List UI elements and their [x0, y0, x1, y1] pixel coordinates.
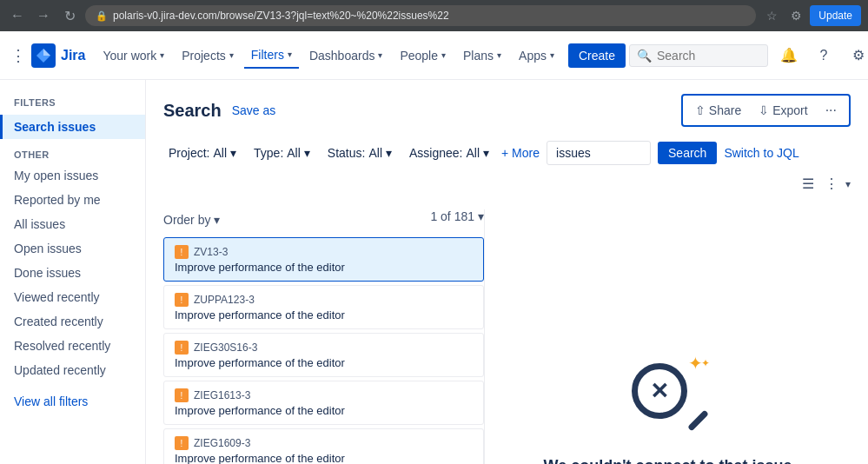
sidebar-title: Filters	[0, 94, 145, 115]
chevron-down-icon: ▾	[229, 50, 234, 60]
sidebar-section-other: OTHER	[0, 139, 145, 163]
page-title: Search	[163, 101, 222, 121]
issue-type-icon: !	[175, 388, 189, 402]
error-illustration: ✦ ✦ ✕	[625, 353, 712, 440]
sidebar-item-reported-by-me[interactable]: Reported by me	[0, 188, 145, 212]
sidebar-item-updated-recently[interactable]: Updated recently	[0, 358, 145, 382]
content-area: Search Save as ⇧ Share ⇩ Export ··· Proj…	[146, 80, 868, 464]
sidebar-item-my-open-issues[interactable]: My open issues	[0, 163, 145, 188]
nav-dashboards[interactable]: Dashboards ▾	[302, 43, 390, 68]
magnifier-circle: ✕	[632, 363, 687, 419]
order-by[interactable]: Order by ▾	[163, 213, 220, 227]
create-button[interactable]: Create	[568, 43, 626, 68]
assignee-filter[interactable]: Assignee: All ▾	[404, 143, 494, 163]
search-box[interactable]: 🔍	[629, 44, 768, 67]
x-icon: ✕	[650, 378, 669, 405]
reload-button[interactable]: ↻	[59, 5, 80, 26]
lock-icon: 🔒	[96, 10, 108, 22]
nav-filters[interactable]: Filters ▾	[244, 43, 299, 69]
sidebar-item-resolved-recently[interactable]: Resolved recently	[0, 334, 145, 358]
issue-title: Improve performance of the editor	[175, 261, 473, 274]
nav-logo[interactable]: ⋮ Jira	[10, 43, 85, 68]
back-button[interactable]: ←	[7, 5, 28, 26]
chevron-down-icon: ▾	[214, 213, 220, 227]
results-layout: Order by ▾ 1 of 181 ▾ ! ZV13-3 Improve p…	[163, 209, 851, 464]
settings-button[interactable]: ⚙	[845, 42, 868, 70]
chevron-down-icon: ▾	[550, 50, 554, 60]
pagination-info: 1 of 181 ▾	[430, 209, 484, 223]
search-button[interactable]: Search	[658, 142, 717, 164]
filter-bar: Project: All ▾ Type: All ▾ Status: All ▾…	[163, 141, 851, 196]
chevron-down-icon: ▾	[386, 146, 392, 160]
sidebar-item-all-issues[interactable]: All issues	[0, 212, 145, 236]
chevron-down-icon: ▾	[497, 50, 501, 60]
nav-people[interactable]: People ▾	[393, 43, 453, 68]
search-icon: 🔍	[637, 49, 652, 63]
issue-type-icon: !	[175, 245, 189, 259]
chevron-down-icon: ▾	[441, 50, 446, 60]
sidebar-item-open-issues[interactable]: Open issues	[0, 236, 145, 261]
share-button[interactable]: ⇧ Share	[690, 100, 746, 121]
chevron-down-icon: ▾	[478, 209, 484, 223]
nav-your-work[interactable]: Your work ▾	[96, 43, 171, 68]
notifications-button[interactable]: 🔔	[775, 42, 803, 70]
navbar: ⋮ Jira Your work ▾ Projects ▾ Filters ▾ …	[0, 31, 868, 80]
more-actions-button[interactable]: ···	[820, 99, 842, 122]
page-header: Search Save as ⇧ Share ⇩ Export ···	[163, 94, 851, 127]
extensions-button[interactable]: ⚙	[785, 5, 806, 26]
page-title-row: Search Save as	[163, 101, 275, 121]
switch-to-jql-link[interactable]: Switch to JQL	[724, 146, 798, 160]
sidebar-item-view-all-filters[interactable]: View all filters	[0, 389, 145, 414]
browser-actions: ☆ ⚙ Update	[761, 5, 861, 26]
magnifier-handle	[687, 410, 709, 432]
forward-button[interactable]: →	[33, 5, 54, 26]
type-filter[interactable]: Type: All ▾	[248, 143, 315, 163]
issue-type-icon: !	[175, 293, 189, 307]
jql-search-input[interactable]	[547, 141, 651, 165]
more-filters-button[interactable]: + More	[501, 146, 540, 160]
sidebar-item-done-issues[interactable]: Done issues	[0, 261, 145, 285]
results-list: Order by ▾ 1 of 181 ▾ ! ZV13-3 Improve p…	[163, 209, 485, 464]
chevron-down-icon: ▾	[288, 50, 292, 59]
sparks-small-icon: ✦	[701, 357, 710, 369]
chevron-down-icon: ▾	[230, 146, 236, 160]
issue-item[interactable]: !ZIEG1613-3 Improve performance of the e…	[163, 381, 484, 425]
chevron-down-icon: ▾	[845, 178, 851, 190]
search-input[interactable]	[657, 49, 752, 63]
nav-apps[interactable]: Apps ▾	[512, 43, 561, 68]
update-button[interactable]: Update	[810, 5, 861, 26]
issue-type-icon: !	[175, 341, 189, 355]
save-as-button[interactable]: Save as	[232, 103, 276, 117]
sidebar: Filters Search issues OTHER My open issu…	[0, 80, 146, 464]
list-view-button[interactable]: ☰	[798, 172, 818, 196]
issue-item[interactable]: !ZIEG1609-3 Improve performance of the e…	[163, 428, 484, 464]
star-button[interactable]: ☆	[761, 5, 782, 26]
url-text: polaris-v0.jira-dev.com/browse/ZV13-3?jq…	[113, 10, 449, 22]
sidebar-item-viewed-recently[interactable]: Viewed recently	[0, 285, 145, 309]
issue-item[interactable]: !ZIEG30S16-3 Improve performance of the …	[163, 333, 484, 377]
sidebar-item-search-issues[interactable]: Search issues	[0, 115, 145, 139]
sidebar-item-created-recently[interactable]: Created recently	[0, 309, 145, 334]
nav-plans[interactable]: Plans ▾	[456, 43, 508, 68]
header-actions: ⇧ Share ⇩ Export ···	[681, 94, 851, 127]
export-button[interactable]: ⇩ Export	[753, 100, 812, 121]
project-filter[interactable]: Project: All ▾	[163, 143, 242, 163]
issue-item[interactable]: ! ZV13-3 Improve performance of the edit…	[163, 237, 484, 282]
chevron-down-icon: ▾	[483, 146, 489, 160]
logo-text: Jira	[61, 48, 85, 63]
detail-view-button[interactable]: ⋮	[821, 172, 842, 196]
error-title: We couldn't connect to that issue	[544, 457, 792, 464]
status-filter[interactable]: Status: All ▾	[322, 143, 397, 163]
chevron-down-icon: ▾	[304, 146, 310, 160]
issue-detail-panel: ✦ ✦ ✕ We couldn't connect to that issue …	[485, 209, 851, 464]
issue-id-row: ! ZV13-3	[175, 245, 473, 259]
help-button[interactable]: ?	[810, 42, 838, 70]
nav-projects[interactable]: Projects ▾	[175, 43, 241, 68]
nav-search-area: 🔍 🔔 ? ⚙ JM	[629, 42, 868, 70]
grid-icon: ⋮	[10, 46, 26, 65]
main-layout: Filters Search issues OTHER My open issu…	[0, 80, 868, 464]
issue-id: ZV13-3	[194, 246, 228, 258]
share-icon: ⇧	[695, 103, 706, 117]
issue-item[interactable]: !ZUPPA123-3 Improve performance of the e…	[163, 285, 484, 329]
issue-type-icon: !	[175, 436, 189, 450]
